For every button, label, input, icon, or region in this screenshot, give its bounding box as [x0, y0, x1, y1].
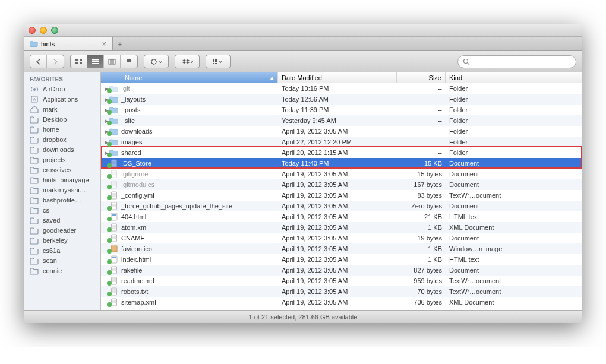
view-icon-button[interactable]	[71, 55, 87, 68]
col-kind[interactable]: Kind	[446, 72, 582, 83]
sidebar-item-home[interactable]: home	[24, 124, 100, 134]
file-date: Today 11:40 PM	[278, 160, 397, 167]
svg-point-21	[33, 88, 36, 91]
col-size[interactable]: Size	[397, 72, 446, 83]
nav-buttons	[30, 55, 64, 68]
sidebar-item-applications[interactable]: AApplications	[24, 94, 100, 104]
tab-hints[interactable]: hints ×	[24, 37, 113, 50]
file-date: April 19, 2012 3:05 AM	[278, 202, 397, 210]
file-row[interactable]: .gitmodulesApril 19, 2012 3:05 AM167 byt…	[101, 179, 582, 190]
svg-line-20	[468, 63, 469, 65]
sidebar-item-hintsbinaryage[interactable]: hints_binaryage	[24, 175, 100, 185]
sidebar-item-goodreader[interactable]: goodreader	[24, 225, 100, 235]
sidebar-item-connie[interactable]: connie	[24, 265, 100, 276]
file-row[interactable]: robots.txtApril 19, 2012 3:05 AM70 bytes…	[101, 286, 582, 297]
tab-close-icon[interactable]: ×	[102, 39, 106, 48]
apps-icon: A	[30, 95, 39, 103]
folder-icon	[30, 216, 39, 224]
new-tab-button[interactable]: +	[113, 37, 127, 50]
action-button[interactable]	[144, 55, 169, 68]
view-list-button[interactable]	[87, 55, 104, 68]
file-row[interactable]: .gitignoreApril 19, 2012 3:05 AM15 bytes…	[101, 169, 582, 179]
file-name: images	[121, 138, 142, 145]
sidebar-item-label: Desktop	[43, 116, 67, 123]
file-name: index.html	[121, 256, 151, 263]
file-size: 959 bytes	[397, 277, 446, 284]
file-row[interactable]: ▸_layoutsToday 12:56 AM--Folder	[101, 94, 582, 105]
file-name: atom.xml	[121, 224, 148, 231]
file-kind: XML Document	[446, 224, 582, 231]
file-row[interactable]: sitemap.xmlApril 19, 2012 3:05 AM706 byt…	[101, 297, 582, 308]
sidebar-item-bashprofile[interactable]: bashprofile…	[24, 195, 100, 205]
sidebar-item-airdrop[interactable]: AirDrop	[24, 84, 100, 94]
sidebar-item-label: projects	[43, 156, 66, 163]
svg-rect-65	[112, 288, 117, 295]
search-icon	[463, 58, 470, 65]
file-row[interactable]: ▸downloadsApril 19, 2012 3:05 AM--Folder	[101, 126, 582, 137]
sidebar-item-saved[interactable]: saved	[24, 215, 100, 225]
svg-rect-6	[92, 63, 99, 64]
dropbox-button[interactable]	[175, 55, 200, 68]
search-field[interactable]	[457, 55, 576, 68]
sidebar-item-downloads[interactable]: downloads	[24, 144, 100, 154]
file-size: 19 bytes	[397, 235, 446, 242]
view-coverflow-button[interactable]	[121, 55, 137, 68]
file-date: April 19, 2012 3:05 AM	[278, 267, 397, 274]
file-row[interactable]: 404.htmlApril 19, 2012 3:05 AM21 KBHTML …	[101, 211, 582, 222]
sync-badge-icon	[107, 88, 112, 93]
svg-rect-4	[92, 59, 99, 61]
arrange-button[interactable]	[206, 55, 231, 68]
folder-icon	[30, 115, 39, 123]
close-button[interactable]	[29, 27, 36, 34]
file-row[interactable]: rakefileApril 19, 2012 3:05 AM827 bytesD…	[101, 265, 582, 276]
file-row[interactable]: atom.xmlApril 19, 2012 3:05 AM1 KBXML Do…	[101, 222, 582, 233]
sidebar-item-label: markmiyashi…	[43, 186, 86, 194]
file-row[interactable]: ▸_postsToday 11:39 PM--Folder	[101, 105, 582, 115]
sidebar-item-markmiyashi[interactable]: markmiyashi…	[24, 185, 100, 195]
folder-icon	[30, 186, 39, 194]
file-row[interactable]: _force_github_pages_update_the_siteApril…	[101, 201, 582, 211]
sidebar-item-dropbox[interactable]: dropbox	[24, 134, 100, 144]
sidebar-item-cs61a[interactable]: cs61a	[24, 245, 100, 255]
sidebar-item-sean[interactable]: sean	[24, 255, 100, 265]
col-name[interactable]: Name▴	[101, 72, 278, 83]
folder-icon	[30, 145, 39, 153]
file-row[interactable]: readme.mdApril 19, 2012 3:05 AM959 bytes…	[101, 276, 582, 286]
svg-rect-18	[215, 63, 217, 64]
sidebar-header: FAVORITES	[24, 72, 100, 84]
file-name: _posts	[121, 106, 140, 113]
sidebar-item-label: cs61a	[43, 247, 60, 254]
back-button[interactable]	[30, 55, 47, 68]
file-name: readme.md	[121, 277, 154, 284]
toolbar	[24, 51, 582, 72]
column-header: Name▴ Date Modified Size Kind	[101, 72, 582, 83]
folder-icon	[30, 226, 39, 234]
sync-badge-icon	[107, 217, 112, 221]
view-column-button[interactable]	[104, 55, 121, 68]
sidebar-item-mark[interactable]: mark	[24, 104, 100, 114]
forward-button[interactable]	[47, 55, 64, 68]
file-row[interactable]: CNAMEApril 19, 2012 3:05 AM19 bytesDocum…	[101, 233, 582, 243]
search-input[interactable]	[472, 58, 571, 65]
file-row[interactable]: index.htmlApril 19, 2012 3:05 AM1 KBHTML…	[101, 254, 582, 265]
file-row[interactable]: ▸.gitToday 10:16 PM--Folder	[101, 83, 582, 94]
sidebar-item-cs[interactable]: cs	[24, 205, 100, 215]
file-row[interactable]: ▸imagesApril 22, 2012 12:20 PM--Folder	[101, 137, 582, 147]
sidebar-item-crosslives[interactable]: crosslives	[24, 164, 100, 175]
sidebar-item-berkeley[interactable]: berkeley	[24, 235, 100, 245]
file-row[interactable]: _config.ymlApril 19, 2012 3:05 AM83 byte…	[101, 190, 582, 201]
file-name: robots.txt	[121, 288, 148, 295]
sidebar-item-desktop[interactable]: Desktop	[24, 114, 100, 124]
file-row[interactable]: .DS_StoreToday 11:40 PM15 KBDocument	[101, 158, 582, 169]
svg-rect-56	[112, 257, 116, 258]
sidebar-item-projects[interactable]: projects	[24, 154, 100, 164]
file-row[interactable]: ▸sharedApril 20, 2012 1:15 AM--Folder	[101, 147, 582, 158]
minimize-button[interactable]	[40, 27, 47, 34]
zoom-button[interactable]	[51, 27, 58, 34]
col-date[interactable]: Date Modified	[278, 72, 397, 83]
svg-rect-50	[112, 235, 117, 242]
svg-rect-36	[112, 192, 117, 199]
file-row[interactable]: ▸_siteYesterday 9:45 AM--Folder	[101, 115, 582, 126]
svg-rect-2	[75, 62, 78, 64]
file-row[interactable]: favicon.icoApril 19, 2012 3:05 AM1 KBWin…	[101, 243, 582, 254]
